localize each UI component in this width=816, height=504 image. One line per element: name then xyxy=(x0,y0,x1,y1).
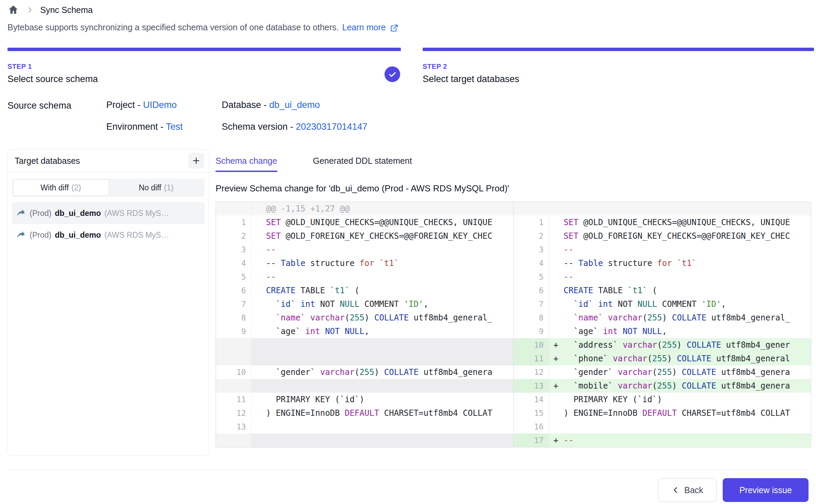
tab-no-diff[interactable]: No diff(1) xyxy=(109,179,204,196)
code-line: `age` int NOT NULL, xyxy=(266,325,513,338)
mysql-icon xyxy=(16,230,26,240)
database-environment: (Prod) xyxy=(30,209,51,218)
back-chevron-icon xyxy=(671,486,680,494)
line-number xyxy=(216,379,252,393)
diff-pane-source[interactable]: @@ -1,15 +1,27 @@1SET @OLD_UNIQUE_CHECKS… xyxy=(216,202,513,447)
diff-marker xyxy=(252,434,266,447)
preview-issue-button[interactable]: Preview issue xyxy=(723,478,809,502)
tab-count: (1) xyxy=(164,183,173,192)
diff-marker xyxy=(549,243,564,256)
diff-marker xyxy=(252,284,266,297)
code-line xyxy=(266,352,513,365)
diff-marker xyxy=(252,325,266,338)
code-line: `age` int NOT NULL, xyxy=(564,325,811,338)
source-field-label: Project - xyxy=(106,100,143,110)
line-number: 14 xyxy=(514,393,549,406)
code-line: PRIMARY KEY (`id`) xyxy=(266,393,513,406)
diff-marker xyxy=(549,270,564,284)
diff-marker xyxy=(252,216,266,229)
source-field-value-link[interactable]: 20230317014147 xyxy=(296,122,367,132)
diff-row: 4-- Table structure for `t1` xyxy=(514,256,811,270)
diff-filler-row xyxy=(216,434,513,447)
diff-filler-row xyxy=(216,338,513,352)
line-number xyxy=(514,202,549,216)
diff-marker xyxy=(252,243,266,256)
diff-row: 3-- xyxy=(216,243,513,256)
diff-marker xyxy=(549,420,564,434)
tab-label: No diff xyxy=(139,183,161,192)
target-database-item[interactable]: (Prod)db_ui_demo(AWS RDS MyS… xyxy=(12,202,205,224)
step2-progress-bar xyxy=(423,48,814,51)
add-target-database-button[interactable] xyxy=(188,153,204,169)
diff-marker xyxy=(252,229,266,243)
code-line: @@ -1,15 +1,27 @@ xyxy=(266,202,513,216)
line-number xyxy=(216,202,252,216)
diff-row: 1SET @OLD_UNIQUE_CHECKS=@@UNIQUE_CHECKS,… xyxy=(216,216,513,229)
diff-row: 12) ENGINE=InnoDB DEFAULT CHARSET=utf8mb… xyxy=(216,406,513,420)
source-field-value-link[interactable]: Test xyxy=(166,122,183,132)
target-database-item[interactable]: (Prod)db_ui_demo(AWS RDS MyS… xyxy=(12,224,205,246)
code-line: `address` varchar(255) COLLATE utf8mb4_g… xyxy=(564,338,811,352)
source-field-value-link[interactable]: UIDemo xyxy=(143,100,177,110)
diff-row: 15) ENGINE=InnoDB DEFAULT CHARSET=utf8mb… xyxy=(514,406,811,420)
source-field-environment: Environment - Test xyxy=(106,122,183,132)
diff-row: 13 xyxy=(216,420,513,434)
line-number: 4 xyxy=(216,256,252,270)
diff-row: 8 `name` varchar(255) COLLATE utf8mb4_ge… xyxy=(216,311,513,325)
diff-marker xyxy=(549,202,564,216)
line-number: 3 xyxy=(216,243,252,256)
line-number: 1 xyxy=(216,216,252,229)
diff-pane-target[interactable]: 1SET @OLD_UNIQUE_CHECKS=@@UNIQUE_CHECKS,… xyxy=(513,202,811,447)
code-line xyxy=(564,202,811,216)
line-number: 9 xyxy=(514,325,549,338)
line-number: 11 xyxy=(514,352,549,365)
line-number: 2 xyxy=(514,229,549,243)
tab-with-diff[interactable]: With diff(2) xyxy=(13,179,109,196)
diff-filter-tabs: With diff(2)No diff(1) xyxy=(12,178,205,197)
code-line: -- Table structure for `t1` xyxy=(266,256,513,270)
diff-row: 5-- xyxy=(216,270,513,284)
tab-schema-change[interactable]: Schema change xyxy=(216,156,277,172)
code-line: SET @OLD_UNIQUE_CHECKS=@@UNIQUE_CHECKS, … xyxy=(266,216,513,229)
home-icon[interactable] xyxy=(7,4,19,16)
line-number: 6 xyxy=(216,284,252,297)
code-line: -- xyxy=(564,243,811,256)
database-instance: (AWS RDS MyS… xyxy=(104,209,169,218)
code-line: ) ENGINE=InnoDB DEFAULT CHARSET=utf8mb4 … xyxy=(266,406,513,420)
sync-schema-page: Sync Schema Bytebase supports synchroniz… xyxy=(0,0,816,504)
step2: STEP 2 Select target databases xyxy=(423,63,519,84)
diff-filler-row xyxy=(216,379,513,393)
intro-text: Bytebase supports synchronizing a specif… xyxy=(7,22,398,32)
diff-marker xyxy=(252,338,266,352)
diff-row: 2SET @OLD_FOREIGN_KEY_CHECKS=@@FOREIGN_K… xyxy=(216,229,513,243)
diff-marker xyxy=(549,297,564,311)
source-field-value-link[interactable]: db_ui_demo xyxy=(269,100,320,110)
code-line: CREATE TABLE `t1` ( xyxy=(266,284,513,297)
line-number: 7 xyxy=(216,297,252,311)
diff-marker xyxy=(252,420,266,434)
line-number: 9 xyxy=(216,325,252,338)
breadcrumb: Sync Schema xyxy=(7,4,93,16)
line-number xyxy=(216,338,252,352)
page-title: Sync Schema xyxy=(40,5,93,15)
line-number: 13 xyxy=(216,420,252,434)
database-environment: (Prod) xyxy=(30,231,51,240)
external-link-icon[interactable] xyxy=(390,24,398,32)
diff-row: 11 PRIMARY KEY (`id`) xyxy=(216,393,513,406)
diff-marker xyxy=(549,393,564,406)
code-line: `id` int NOT NULL COMMENT 'ID', xyxy=(266,297,513,311)
code-line: `name` varchar(255) COLLATE utf8mb4_gene… xyxy=(266,311,513,325)
tab-generated-ddl-statement[interactable]: Generated DDL statement xyxy=(313,156,412,172)
line-number: 17 xyxy=(514,434,549,447)
learn-more-link[interactable]: Learn more xyxy=(342,22,386,32)
diff-filler-row xyxy=(216,352,513,365)
step1-title: Select source schema xyxy=(7,74,98,84)
code-line: `gender` varchar(255) COLLATE utf8mb4_ge… xyxy=(266,365,513,379)
diff-marker xyxy=(549,325,564,338)
code-line: -- xyxy=(266,243,513,256)
line-number: 12 xyxy=(514,365,549,379)
back-button[interactable]: Back xyxy=(658,478,717,502)
code-line: ) ENGINE=InnoDB DEFAULT CHARSET=utf8mb4 … xyxy=(564,406,811,420)
diff-marker xyxy=(549,406,564,420)
line-number: 16 xyxy=(514,420,549,434)
